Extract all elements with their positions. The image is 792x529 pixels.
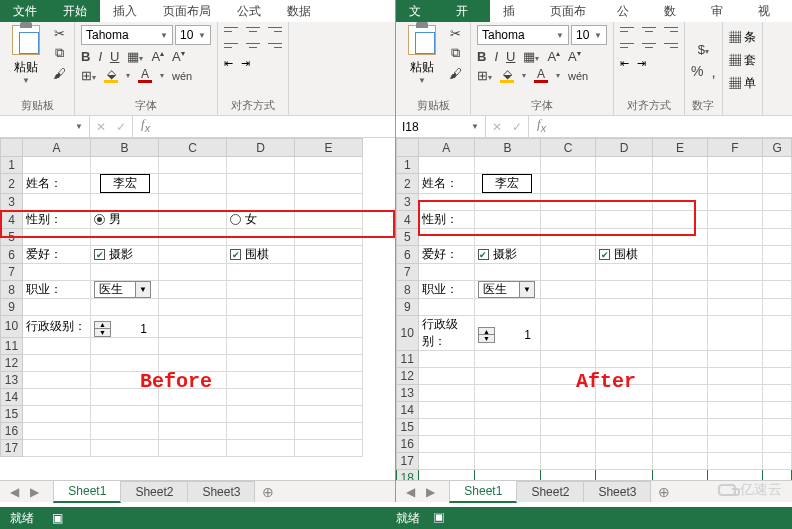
add-sheet-button[interactable]: ⊕ [650, 484, 678, 500]
italic-button[interactable]: I [98, 49, 102, 64]
row-header[interactable]: 10 [397, 316, 419, 351]
align-left-icon[interactable] [620, 41, 634, 51]
currency-icon[interactable]: $▾ [698, 42, 709, 57]
sheet-tab-3[interactable]: Sheet3 [583, 481, 651, 502]
font-color-button[interactable]: A [138, 69, 152, 83]
select-all-corner[interactable] [397, 139, 419, 157]
cell-name[interactable]: 李宏 [91, 174, 159, 194]
bold-button[interactable]: B [81, 49, 90, 64]
format-painter-icon[interactable]: 🖌 [50, 65, 68, 81]
sheet-tab-1[interactable]: Sheet1 [449, 480, 517, 503]
add-sheet-button[interactable]: ⊕ [254, 484, 282, 500]
align-top-icon[interactable] [620, 25, 634, 35]
align-top-icon[interactable] [224, 25, 238, 35]
row-header[interactable]: 16 [1, 422, 23, 439]
formula-input[interactable] [158, 116, 395, 137]
col-header[interactable]: C [159, 139, 227, 157]
row-header[interactable]: 13 [1, 371, 23, 388]
align-bot-icon[interactable] [664, 25, 678, 35]
cell-chk-hobby1[interactable]: ✔摄影 [91, 246, 159, 264]
italic-button[interactable]: I [494, 49, 498, 64]
macro-record-icon[interactable]: ▣ [433, 511, 445, 525]
tab-review[interactable]: 审阅 [698, 0, 745, 22]
select-all-corner[interactable] [1, 139, 23, 157]
border-button[interactable]: ▦▾ [523, 49, 539, 64]
row-header[interactable]: 1 [397, 157, 419, 174]
align-mid-icon[interactable] [642, 25, 656, 35]
tab-layout[interactable]: 页面布局 [150, 0, 224, 22]
row-header[interactable]: 18 [397, 470, 419, 481]
indent-inc-icon[interactable]: ⇥ [637, 57, 646, 70]
sheet-nav[interactable]: ◀ ▶ [0, 485, 53, 499]
cell-combo-job[interactable]: 医生▼ [91, 281, 159, 299]
copy-icon[interactable]: ⧉ [50, 45, 68, 61]
name-box[interactable]: ▼ [0, 116, 90, 137]
col-header[interactable]: E [295, 139, 363, 157]
font-size-select[interactable]: 10▼ [571, 25, 607, 45]
sheet-tab-2[interactable]: Sheet2 [120, 481, 188, 502]
cell[interactable]: 职业： [418, 281, 474, 299]
cell-radio-female[interactable]: 女 [227, 211, 295, 229]
cell[interactable]: 姓名： [23, 174, 91, 194]
cell-chk-hobby2[interactable]: ✔围棋 [227, 246, 295, 264]
align-right-icon[interactable] [664, 41, 678, 51]
align-center-icon[interactable] [246, 41, 260, 51]
borders-icon[interactable]: ⊞▾ [477, 68, 492, 83]
col-header[interactable]: B [474, 139, 540, 157]
confirm-icon[interactable]: ✓ [116, 120, 126, 134]
paste-button[interactable]: 粘贴 ▼ [402, 25, 442, 96]
macro-record-icon[interactable]: ▣ [52, 511, 63, 525]
phonetic-button[interactable]: wén [568, 70, 588, 82]
col-header[interactable]: A [418, 139, 474, 157]
cell[interactable]: 行政级别： [23, 316, 91, 338]
cell[interactable]: 爱好： [418, 246, 474, 264]
font-name-select[interactable]: Tahoma▼ [477, 25, 569, 45]
borders-icon[interactable]: ⊞▾ [81, 68, 96, 83]
font-size-select[interactable]: 10▼ [175, 25, 211, 45]
tab-home[interactable]: 开始 [443, 0, 490, 22]
col-header[interactable]: B [91, 139, 159, 157]
row-header[interactable]: 5 [397, 229, 419, 246]
cut-icon[interactable]: ✂ [50, 25, 68, 41]
row-header[interactable]: 14 [397, 402, 419, 419]
row-header[interactable]: 2 [1, 174, 23, 194]
indent-dec-icon[interactable]: ⇤ [620, 57, 629, 70]
comma-icon[interactable]: , [711, 63, 715, 80]
row-header[interactable]: 11 [397, 351, 419, 368]
row-header[interactable]: 17 [1, 439, 23, 456]
tab-home[interactable]: 开始 [50, 0, 100, 22]
sheet-tab-2[interactable]: Sheet2 [516, 481, 584, 502]
fx-icon[interactable]: fx [529, 116, 554, 137]
font-color-button[interactable]: A [534, 69, 548, 83]
row-header[interactable]: 2 [397, 174, 419, 194]
col-header[interactable]: F [707, 139, 762, 157]
spinner-icon[interactable]: ▲▼ [94, 321, 111, 337]
cell[interactable]: 性别： [23, 211, 91, 229]
cell-style-button[interactable]: ▦ 单 [729, 75, 756, 92]
row-header[interactable]: 4 [397, 211, 419, 229]
indent-inc-icon[interactable]: ⇥ [241, 57, 250, 70]
grow-font-button[interactable]: A▴ [547, 49, 560, 64]
tab-insert[interactable]: 插入 [100, 0, 150, 22]
fill-color-button[interactable]: ⬙ [104, 69, 118, 83]
cell[interactable]: 行政级别： [418, 316, 474, 351]
col-header[interactable]: D [596, 139, 653, 157]
sheet-tab-1[interactable]: Sheet1 [53, 480, 121, 503]
format-painter-icon[interactable]: 🖌 [446, 65, 464, 81]
row-header[interactable]: 15 [1, 405, 23, 422]
tab-file[interactable]: 文件 [0, 0, 50, 22]
fx-icon[interactable]: fx [133, 116, 158, 137]
row-header[interactable]: 7 [1, 264, 23, 281]
name-box[interactable]: I18▼ [396, 116, 486, 137]
row-header[interactable]: 11 [1, 337, 23, 354]
cell-spinner-rank[interactable]: ▲▼1 [91, 316, 159, 338]
font-name-select[interactable]: Tahoma▼ [81, 25, 173, 45]
row-header[interactable]: 17 [397, 453, 419, 470]
row-header[interactable]: 12 [1, 354, 23, 371]
cut-icon[interactable]: ✂ [446, 25, 464, 41]
row-header[interactable]: 15 [397, 419, 419, 436]
row-header[interactable]: 1 [1, 157, 23, 174]
grow-font-button[interactable]: A▴ [151, 49, 164, 64]
row-header[interactable]: 8 [1, 281, 23, 299]
cell[interactable]: 性别： [418, 211, 474, 229]
